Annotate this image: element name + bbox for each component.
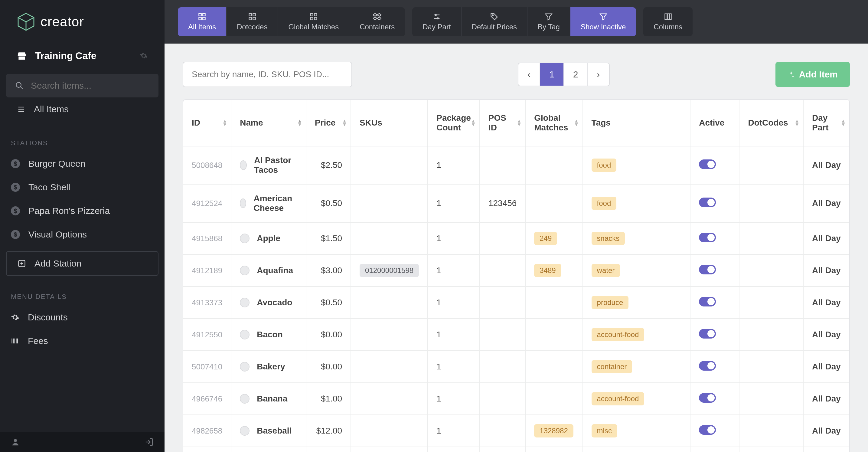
cell-tags: account-food: [583, 383, 690, 415]
active-toggle[interactable]: [699, 265, 716, 274]
cell-tags: water: [583, 254, 690, 287]
add-item-button[interactable]: Add Item: [775, 62, 850, 87]
cell-global-matches: [525, 319, 583, 351]
cell-name: Avocado: [231, 287, 306, 319]
station-item[interactable]: $Papa Ron's Pizzeria: [0, 199, 164, 223]
active-toggle[interactable]: [699, 393, 716, 403]
cell-pos-id: [480, 287, 525, 319]
col-tags[interactable]: Tags: [583, 100, 690, 146]
tab-columns[interactable]: Columns: [643, 7, 692, 36]
active-toggle[interactable]: [699, 425, 716, 435]
svg-rect-20: [203, 17, 205, 20]
table-row[interactable]: 4915868 Apple $1.50 1 249 snacks All Day: [183, 222, 849, 254]
cell-skus: [351, 415, 428, 447]
tab-show-inactive[interactable]: Show Inactive: [570, 7, 636, 36]
user-icon[interactable]: [11, 438, 20, 447]
tab-all-items[interactable]: All Items: [178, 7, 226, 36]
page-2[interactable]: 2: [564, 63, 588, 86]
table-row[interactable]: 4913373 Avocado $0.50 1 produce All Day: [183, 287, 849, 319]
col-skus[interactable]: SKUs: [351, 100, 428, 146]
table-row[interactable]: 4912189 Aquafina $3.00 012000001598 1 34…: [183, 254, 849, 287]
station-item[interactable]: $Burger Queen: [0, 152, 164, 176]
page-›[interactable]: ›: [588, 63, 609, 86]
table-row[interactable]: 4912524 American Cheese $0.50 1 123456 f…: [183, 184, 849, 222]
cell-package-count: 1: [428, 287, 480, 319]
search-input[interactable]: [183, 62, 352, 87]
toolbar: All ItemsDotcodesGlobal MatchesContainer…: [164, 0, 868, 43]
table-row[interactable]: 4912550 Bacon $0.00 1 account-food All D…: [183, 319, 849, 351]
table-row[interactable]: 4982658 Baseball $12.00 1 1328982 misc A…: [183, 415, 849, 447]
tab-label: All Items: [188, 23, 216, 31]
table-row[interactable]: Beaver: [183, 447, 849, 452]
logout-icon[interactable]: [145, 438, 154, 447]
tag-pill: produce: [592, 296, 629, 309]
col-pos-id[interactable]: POS ID▲▼: [480, 100, 525, 146]
active-toggle[interactable]: [699, 198, 716, 207]
col-name[interactable]: Name▲▼: [231, 100, 306, 146]
col-global-matches[interactable]: Global Matches▲▼: [525, 100, 583, 146]
barcode-icon: [11, 337, 19, 345]
cell-price: $3.00: [306, 254, 351, 287]
svg-rect-34: [665, 14, 667, 20]
item-name: Al Pastor Tacos: [254, 155, 297, 175]
item-name: Aquafina: [257, 266, 293, 275]
tab-dotcodes[interactable]: Dotcodes: [226, 7, 278, 36]
active-toggle[interactable]: [699, 297, 716, 306]
tag-pill: account-food: [592, 392, 645, 405]
location-row[interactable]: Training Cafe: [0, 43, 164, 68]
station-item[interactable]: $Taco Shell: [0, 176, 164, 199]
tab-by-tag[interactable]: By Tag: [527, 7, 570, 36]
active-toggle[interactable]: [699, 361, 716, 371]
toolbar-group-views: All ItemsDotcodesGlobal MatchesContainer…: [178, 7, 405, 36]
table-row[interactable]: 5008648 Al Pastor Tacos $2.50 1 food All…: [183, 146, 849, 184]
cell-price: $2.50: [306, 146, 351, 184]
active-toggle[interactable]: [699, 159, 716, 169]
nav-all-items[interactable]: All Items: [6, 97, 158, 121]
tab-default-prices[interactable]: Default Prices: [462, 7, 527, 36]
cell-package-count: 1: [428, 146, 480, 184]
cell-active: [690, 383, 739, 415]
col-dotcodes[interactable]: DotCodes▲▼: [739, 100, 803, 146]
cell-active: [690, 184, 739, 222]
table-row[interactable]: 5007410 Bakery $0.00 1 container All Day: [183, 351, 849, 383]
cell-day-part: All Day: [803, 383, 849, 415]
items-table: ID▲▼ Name▲▼ Price▲▼ SKUs Package Count▲▼…: [183, 99, 850, 452]
item-name: Apple: [257, 234, 280, 243]
menu-detail-item[interactable]: Discounts: [0, 306, 164, 329]
funnel-icon: [599, 12, 608, 21]
tag-icon: [490, 12, 498, 21]
sidebar-search[interactable]: [6, 74, 158, 97]
tag-pill: container: [592, 360, 632, 373]
page-‹[interactable]: ‹: [518, 63, 540, 86]
grid-icon: [309, 12, 318, 21]
svg-rect-26: [314, 13, 317, 16]
svg-rect-23: [249, 17, 251, 20]
tab-day-part[interactable]: Day Part: [412, 7, 461, 36]
active-toggle[interactable]: [699, 329, 716, 338]
col-package-count[interactable]: Package Count▲▼: [428, 100, 480, 146]
sidebar-search-input[interactable]: [31, 81, 149, 91]
tab-containers[interactable]: Containers: [349, 7, 405, 36]
cell-price: $0.50: [306, 287, 351, 319]
tab-label: By Tag: [538, 23, 560, 31]
gear-icon: [11, 313, 19, 322]
gear-icon[interactable]: [140, 52, 148, 60]
col-id[interactable]: ID▲▼: [183, 100, 231, 146]
menu-detail-label: Fees: [28, 336, 48, 346]
tab-global-matches[interactable]: Global Matches: [278, 7, 349, 36]
active-toggle[interactable]: [699, 233, 716, 242]
cell-name: Al Pastor Tacos: [231, 146, 306, 184]
cell-skus: [351, 383, 428, 415]
station-item[interactable]: $Visual Options: [0, 223, 164, 246]
col-day-part[interactable]: Day Part▲▼: [803, 100, 849, 146]
col-price[interactable]: Price▲▼: [306, 100, 351, 146]
svg-point-2: [16, 83, 21, 87]
menu-detail-item[interactable]: Fees: [0, 329, 164, 353]
col-active[interactable]: Active: [690, 100, 739, 146]
table-row[interactable]: 4966746 Banana $1.00 1 account-food All …: [183, 383, 849, 415]
page-1[interactable]: 1: [540, 63, 564, 86]
cell-package-count: 1: [428, 383, 480, 415]
tag-pill: misc: [592, 424, 617, 438]
svg-rect-17: [199, 13, 202, 16]
add-station-button[interactable]: Add Station: [6, 251, 158, 276]
